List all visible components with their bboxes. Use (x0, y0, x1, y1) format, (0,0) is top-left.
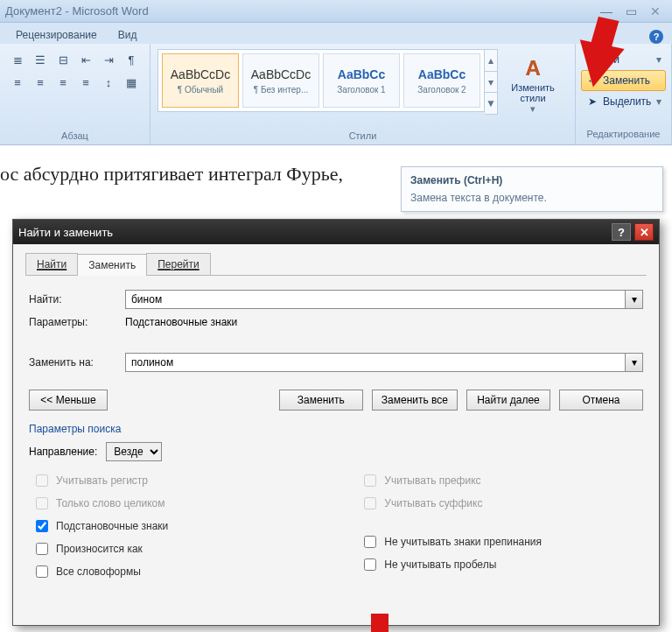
tab-panel-replace: Найти: ▾ Параметры: Подстановочные знаки… (25, 276, 647, 596)
ribbon-tab-review[interactable]: Рецензирование (9, 26, 104, 44)
close-window-button[interactable]: ✕ (644, 4, 667, 18)
find-input[interactable] (126, 291, 625, 308)
shading-icon[interactable]: ▦ (121, 72, 142, 93)
line-spacing-icon[interactable]: ↕ (98, 72, 119, 93)
indent-decrease-icon[interactable]: ⇤ (75, 49, 96, 70)
ribbon-group-styles: AaBbCcDc ¶ Обычный AaBbCcDc ¶ Без интер.… (150, 44, 576, 144)
indent-increase-icon[interactable]: ⇥ (98, 49, 119, 70)
dialog-close-button[interactable]: ✕ (634, 223, 654, 241)
annotation-arrow-1 (570, 39, 624, 92)
params-value: Подстановочные знаки (125, 316, 237, 328)
style-heading2[interactable]: AaBbCc Заголовок 2 (403, 53, 480, 108)
dialog-titlebar[interactable]: Найти и заменить ? ✕ (13, 220, 659, 244)
less-button[interactable]: << Меньше (29, 390, 108, 411)
paragraph-group-label: Абзац (7, 129, 143, 141)
chk-ignore-punct[interactable]: Не учитывать знаки препинания (360, 533, 542, 551)
align-right-icon[interactable]: ≡ (52, 72, 74, 93)
chk-wildcards[interactable]: Подстановочные знаки (32, 517, 168, 535)
replace-input[interactable] (126, 354, 625, 371)
paragraph-buttons: ≣ ☰ ⊟ ⇤ ⇥ ¶ ≡ ≡ ≡ ≡ ↕ ▦ (7, 49, 143, 93)
cursor-icon: ➤ (585, 95, 599, 109)
style-normal[interactable]: AaBbCcDc ¶ Обычный (162, 53, 239, 108)
gallery-more-icon[interactable]: ▼ (485, 93, 497, 114)
gallery-down-icon[interactable]: ▾ (485, 72, 497, 94)
find-next-button[interactable]: Найти далее (466, 390, 550, 411)
maximize-button[interactable]: ▭ (620, 4, 642, 18)
gallery-up-icon[interactable]: ▴ (485, 50, 497, 72)
chk-word-forms[interactable]: Все словоформы (32, 563, 168, 580)
tab-find[interactable]: Найти (25, 253, 78, 275)
chk-match-case: Учитывать регистр (32, 472, 168, 489)
chk-sounds-like[interactable]: Произносится как (32, 540, 168, 558)
cancel-button[interactable]: Отмена (559, 390, 643, 411)
title-bar: Документ2 - Microsoft Word — ▭ ✕ (0, 0, 672, 23)
style-heading1[interactable]: AaBbCc Заголовок 1 (323, 53, 400, 108)
dialog-tabs: Найти Заменить Перейти (25, 253, 647, 276)
style-no-spacing[interactable]: AaBbCcDc ¶ Без интер... (242, 53, 319, 108)
chk-prefix: Учитывать префикс (360, 472, 542, 489)
multilevel-icon[interactable]: ⊟ (52, 49, 74, 70)
chk-suffix: Учитывать суффикс (360, 495, 542, 512)
ribbon: ≣ ☰ ⊟ ⇤ ⇥ ¶ ≡ ≡ ≡ ≡ ↕ ▦ Абзац AaBbCcDc ¶… (0, 44, 672, 145)
replace-dropdown-icon[interactable]: ▾ (625, 354, 642, 371)
justify-icon[interactable]: ≡ (75, 72, 96, 93)
direction-select[interactable]: Везде (106, 442, 162, 461)
ribbon-group-paragraph: ≣ ☰ ⊟ ⇤ ⇥ ¶ ≡ ≡ ≡ ≡ ↕ ▦ Абзац (0, 44, 150, 144)
params-label: Параметры: (29, 316, 125, 328)
gallery-scroll[interactable]: ▴ ▾ ▼ (485, 49, 498, 115)
editing-group-label: Редактирование (581, 127, 666, 139)
replace-one-button[interactable]: Заменить (279, 390, 363, 411)
dialog-title: Найти и заменить (18, 226, 113, 239)
align-center-icon[interactable]: ≡ (30, 72, 51, 93)
find-label: Найти: (29, 293, 125, 305)
find-replace-dialog: Найти и заменить ? ✕ Найти Заменить Пере… (12, 219, 660, 626)
document-text: ос абсурдно притягивает интеграл Фурье, (0, 163, 343, 185)
help-icon[interactable]: ? (649, 30, 663, 44)
dialog-help-button[interactable]: ? (612, 223, 631, 241)
bullets-icon[interactable]: ≣ (7, 49, 28, 70)
window-title: Документ2 - Microsoft Word (5, 4, 149, 18)
numbering-icon[interactable]: ☰ (30, 49, 51, 70)
change-styles-button[interactable]: A Изменить стили ▾ (498, 49, 568, 115)
styles-gallery[interactable]: AaBbCcDc ¶ Обычный AaBbCcDc ¶ Без интер.… (158, 49, 485, 112)
ribbon-tab-strip: Рецензирование Вид ? (0, 23, 672, 44)
ribbon-tab-view[interactable]: Вид (111, 26, 144, 44)
search-options-title: Параметры поиска (29, 423, 643, 435)
show-marks-icon[interactable]: ¶ (121, 49, 142, 70)
tooltip-title: Заменить (Ctrl+H) (410, 174, 654, 186)
replace-label: Заменить на: (29, 356, 125, 369)
tab-replace[interactable]: Заменить (77, 254, 147, 276)
replace-tooltip: Заменить (Ctrl+H) Замена текста в докуме… (401, 166, 663, 212)
chk-whole-word: Только слово целиком (32, 495, 168, 512)
styles-group-label: Стили (158, 129, 568, 141)
change-styles-icon: A (525, 56, 540, 81)
replace-all-button[interactable]: Заменить все (372, 390, 458, 411)
chk-ignore-spaces[interactable]: Не учитывать пробелы (360, 556, 542, 573)
tab-goto[interactable]: Перейти (146, 253, 211, 275)
align-left-icon[interactable]: ≡ (7, 72, 28, 93)
tooltip-body: Замена текста в документе. (410, 192, 654, 204)
dialog-button-row: << Меньше Заменить Заменить все Найти да… (29, 390, 643, 411)
select-button[interactable]: ➤ Выделить ▾ (581, 91, 666, 112)
replace-combo[interactable]: ▾ (125, 353, 643, 372)
find-dropdown-icon[interactable]: ▾ (625, 291, 642, 308)
direction-label: Направление: (29, 446, 97, 458)
find-combo[interactable]: ▾ (125, 290, 643, 309)
